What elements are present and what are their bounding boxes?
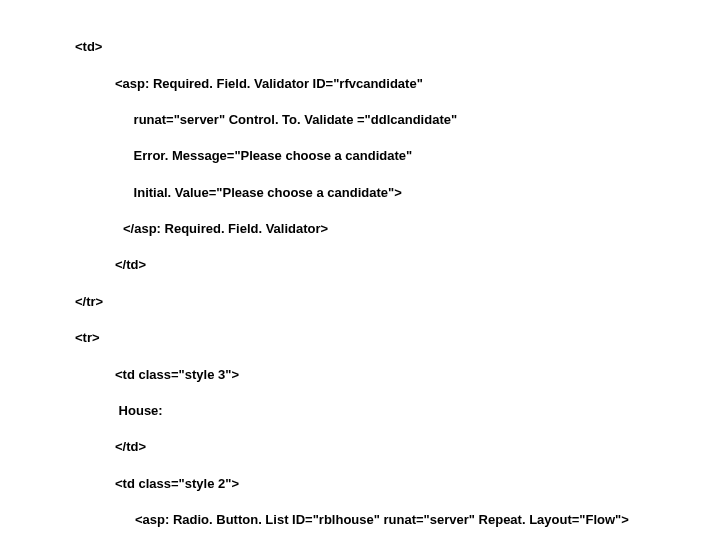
code-line: <tr>	[75, 329, 700, 347]
code-line: </asp: Required. Field. Validator>	[75, 220, 700, 238]
code-line: Error. Message="Please choose a candidat…	[75, 147, 700, 165]
code-line: <td>	[75, 38, 700, 56]
code-line: <td class="style 2">	[75, 475, 700, 493]
code-line: runat="server" Control. To. Validate ="d…	[75, 111, 700, 129]
code-line: </td>	[75, 438, 700, 456]
code-line: <td class="style 3">	[75, 366, 700, 384]
code-line: <asp: Required. Field. Validator ID="rfv…	[75, 75, 700, 93]
code-line: House:	[75, 402, 700, 420]
code-line: <asp: Radio. Button. List ID="rblhouse" …	[75, 511, 700, 529]
code-snippet: <td> <asp: Required. Field. Validator ID…	[0, 0, 720, 540]
code-line: Initial. Value="Please choose a candidat…	[75, 184, 700, 202]
code-line: </td>	[75, 256, 700, 274]
code-line: </tr>	[75, 293, 700, 311]
